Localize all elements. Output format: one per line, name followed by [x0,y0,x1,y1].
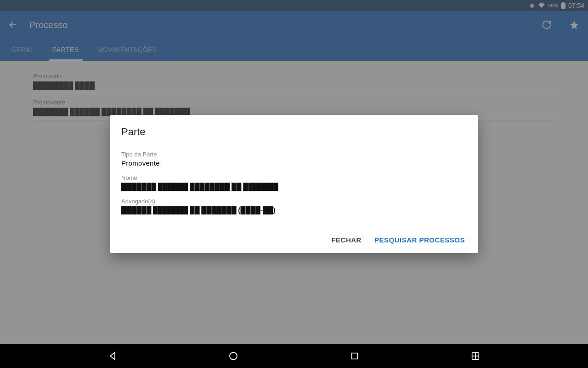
field-value: Promovente [121,159,467,167]
field-value: ██████ ███████ ██ ███████ (████-██) [121,206,467,214]
close-button[interactable]: FECHAR [331,236,362,244]
nav-home-icon[interactable] [225,348,242,364]
nav-back-icon[interactable] [104,348,121,364]
svg-point-2 [230,352,237,360]
field-label: Tipo da Parte [121,151,467,158]
field-label: Advogado(s) [121,198,467,205]
svg-rect-3 [351,353,357,359]
field-nome: Nome ███████ ██████ ████████ ██ ███████ [121,174,467,190]
field-advogados: Advogado(s) ██████ ███████ ██ ███████ (█… [121,198,467,214]
search-processes-button[interactable]: PESQUISAR PROCESSOS [374,236,465,244]
field-value: ███████ ██████ ████████ ██ ███████ [121,183,467,190]
parte-dialog: Parte Tipo da Parte Promovente Nome ████… [110,115,478,253]
field-label: Nome [121,174,467,181]
nav-grid-icon[interactable] [467,348,484,364]
dialog-title: Parte [121,126,467,138]
dialog-actions: FECHAR PESQUISAR PROCESSOS [121,232,467,247]
nav-recent-icon[interactable] [346,348,363,364]
field-tipo-da-parte: Tipo da Parte Promovente [121,151,467,167]
system-nav-bar [0,344,588,368]
